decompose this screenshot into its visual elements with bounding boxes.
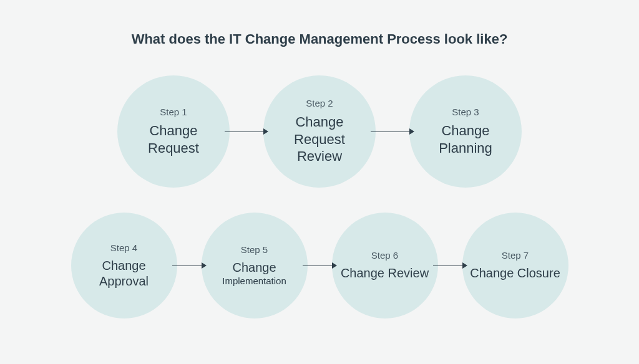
- step-5-label: Step 5: [241, 244, 268, 255]
- step-7-title: Change Closure: [464, 266, 567, 281]
- step-6-label: Step 6: [371, 250, 398, 261]
- arrow-icon: [433, 265, 467, 266]
- step-5-circle: Step 5 Change Implementation: [202, 213, 308, 318]
- step-3-circle: Step 3 Change Planning: [409, 75, 522, 188]
- arrow-icon: [303, 265, 337, 266]
- process-row-1: Step 1 Change Request Step 2 Change Requ…: [25, 75, 614, 188]
- step-2-title: Change Request Review: [263, 113, 376, 165]
- arrow-icon: [371, 131, 414, 132]
- step-7-label: Step 7: [502, 250, 529, 261]
- step-5-title-line1: Change: [232, 261, 276, 274]
- step-1-title: Change Request: [117, 122, 230, 156]
- step-4-title: Change Approval: [71, 258, 177, 289]
- step-3-title: Change Planning: [409, 122, 522, 156]
- step-6-circle: Step 6 Change Review: [332, 213, 438, 318]
- step-7-circle: Step 7 Change Closure: [462, 213, 568, 318]
- step-3-label: Step 3: [452, 107, 479, 117]
- step-4-circle: Step 4 Change Approval: [71, 213, 177, 318]
- step-2-label: Step 2: [306, 98, 333, 108]
- process-row-2: Step 4 Change Approval Step 5 Change Imp…: [25, 213, 614, 318]
- step-5-title-line2: Implementation: [222, 275, 286, 287]
- arrow-icon: [172, 265, 207, 266]
- step-5-title: Change Implementation: [216, 260, 293, 287]
- arrow-icon: [225, 131, 268, 132]
- step-4-label: Step 4: [110, 242, 137, 253]
- diagram-title: What does the IT Change Management Proce…: [25, 31, 614, 47]
- step-1-circle: Step 1 Change Request: [117, 75, 230, 188]
- step-1-label: Step 1: [160, 107, 187, 117]
- step-6-title: Change Review: [334, 266, 435, 281]
- step-2-circle: Step 2 Change Request Review: [263, 75, 376, 188]
